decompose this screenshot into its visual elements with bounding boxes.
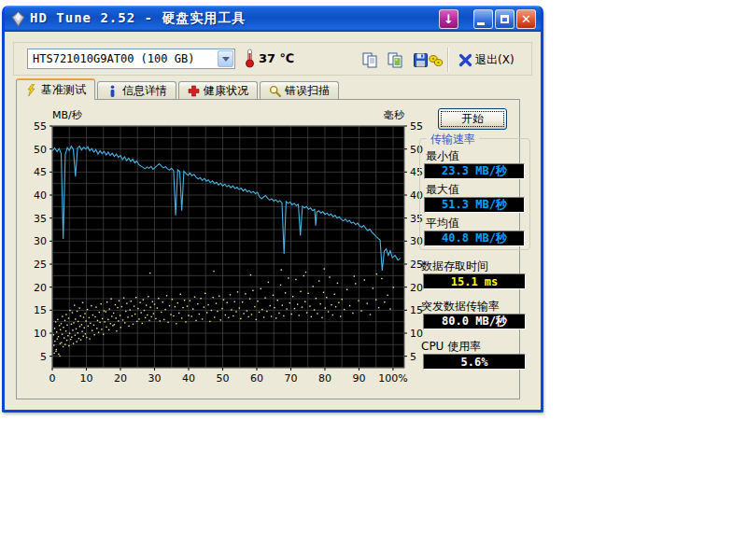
window-title: HD Tune 2.52 - 硬盘实用工具 xyxy=(30,10,246,27)
start-button[interactable]: 开始 xyxy=(438,108,507,130)
benchmark-tab-page: 5510101515202025253030353540404545505055… xyxy=(16,99,520,399)
burst-rate-label: 突发数据传输率 xyxy=(421,299,500,315)
max-label: 最大值 xyxy=(426,182,459,198)
benchmark-lightning-icon xyxy=(25,84,37,96)
tab-health-label: 健康状况 xyxy=(204,83,248,99)
drive-select-value: HTS721010G9AT00 (100 GB) xyxy=(28,52,217,65)
svg-text:20: 20 xyxy=(410,282,423,294)
toolbar-separator xyxy=(447,48,449,72)
svg-text:15: 15 xyxy=(34,304,47,316)
titlebar[interactable]: HD Tune 2.52 - 硬盘实用工具 ↓ ✕ xyxy=(5,6,541,32)
svg-text:60: 60 xyxy=(250,372,263,385)
minimize-button[interactable] xyxy=(473,9,493,29)
svg-text:55: 55 xyxy=(34,120,47,133)
min-value-readout: 23.3 MB/秒 xyxy=(424,163,525,179)
access-time-readout: 15.1 ms xyxy=(423,273,526,289)
copy-text-button[interactable] xyxy=(359,49,380,70)
svg-text:50: 50 xyxy=(216,372,229,385)
copy-image-icon xyxy=(388,52,403,68)
svg-text:30: 30 xyxy=(34,235,47,247)
access-time-label: 数据存取时间 xyxy=(421,259,488,274)
options-icon xyxy=(428,52,444,68)
combobox-dropdown-button[interactable] xyxy=(218,50,233,67)
temperature-indicator: 37 ℃ xyxy=(245,48,294,68)
cpu-usage-label: CPU 使用率 xyxy=(421,339,481,355)
app-window: HD Tune 2.52 - 硬盘实用工具 ↓ ✕ HTS721010G9AT0… xyxy=(2,6,543,413)
tab-benchmark[interactable]: 基准测试 xyxy=(16,78,95,100)
minimize-icon xyxy=(477,22,485,25)
transfer-rate-groupbox: 传输速率 最小值 23.3 MB/秒 最大值 51.3 MB/秒 平均值 40.… xyxy=(419,138,530,250)
svg-text:40: 40 xyxy=(182,372,195,385)
svg-text:50: 50 xyxy=(34,144,47,156)
svg-text:5: 5 xyxy=(40,351,47,363)
max-value-readout: 51.3 MB/秒 xyxy=(424,197,525,213)
info-icon xyxy=(106,85,119,97)
toolbar-panel: HTS721010G9AT00 (100 GB) 37 ℃ xyxy=(13,42,532,76)
svg-text:40: 40 xyxy=(34,189,47,202)
svg-text:10: 10 xyxy=(79,372,92,385)
svg-text:20: 20 xyxy=(34,282,47,294)
tab-info-label: 信息详情 xyxy=(122,83,167,99)
thermometer-icon xyxy=(245,48,255,68)
svg-text:MB/秒: MB/秒 xyxy=(52,109,83,121)
benchmark-chart: 5510101515202025253030353540404545505055… xyxy=(17,100,448,389)
cpu-usage-readout: 5.6% xyxy=(423,354,526,370)
tab-error-scan-label: 错误扫描 xyxy=(285,83,330,99)
options-button[interactable] xyxy=(426,49,446,70)
svg-text:100%: 100% xyxy=(378,372,407,385)
maximize-button[interactable] xyxy=(495,9,514,29)
svg-text:5: 5 xyxy=(410,351,416,363)
tab-bar: 基准测试 信息详情 健康状况 错误扫描 xyxy=(16,78,341,100)
svg-text:毫秒: 毫秒 xyxy=(384,109,405,121)
close-button[interactable]: ✕ xyxy=(516,9,536,29)
avg-value-readout: 40.8 MB/秒 xyxy=(424,231,525,246)
svg-text:90: 90 xyxy=(352,372,365,385)
transfer-rate-group-title: 传输速率 xyxy=(427,132,479,147)
min-label: 最小值 xyxy=(426,148,459,164)
download-arrow-button[interactable]: ↓ xyxy=(439,9,458,29)
copy-text-icon xyxy=(362,52,378,68)
magnifier-icon xyxy=(269,85,281,97)
app-icon xyxy=(10,11,26,27)
drive-select-combobox[interactable]: HTS721010G9AT00 (100 GB) xyxy=(27,49,235,69)
tab-health[interactable]: 健康状况 xyxy=(178,81,258,100)
svg-text:35: 35 xyxy=(34,213,47,225)
window-content: HTS721010G9AT00 (100 GB) 37 ℃ xyxy=(5,32,541,410)
exit-button[interactable]: 退出(X) xyxy=(455,49,518,70)
tab-benchmark-label: 基准测试 xyxy=(41,82,86,98)
svg-text:55: 55 xyxy=(410,120,423,133)
svg-text:45: 45 xyxy=(34,166,47,178)
chevron-down-icon xyxy=(222,57,230,62)
burst-rate-readout: 80.0 MB/秒 xyxy=(423,314,526,329)
benchmark-chart-svg: 5510101515202025253030353540404545505055… xyxy=(17,100,448,389)
tab-info[interactable]: 信息详情 xyxy=(97,81,176,100)
svg-text:30: 30 xyxy=(148,372,161,385)
exit-label: 退出(X) xyxy=(475,52,514,68)
svg-text:0: 0 xyxy=(49,372,56,385)
svg-text:80: 80 xyxy=(318,372,331,385)
tab-error-scan[interactable]: 错误扫描 xyxy=(260,81,339,100)
exit-x-icon xyxy=(458,53,472,67)
svg-text:10: 10 xyxy=(34,328,47,340)
health-cross-icon xyxy=(188,85,200,97)
avg-label: 平均值 xyxy=(426,216,459,231)
copy-image-button[interactable] xyxy=(385,49,405,70)
svg-text:70: 70 xyxy=(284,372,297,385)
svg-text:25: 25 xyxy=(34,259,47,271)
temperature-value: 37 ℃ xyxy=(259,51,294,65)
svg-text:20: 20 xyxy=(114,372,127,385)
maximize-icon xyxy=(500,15,509,23)
